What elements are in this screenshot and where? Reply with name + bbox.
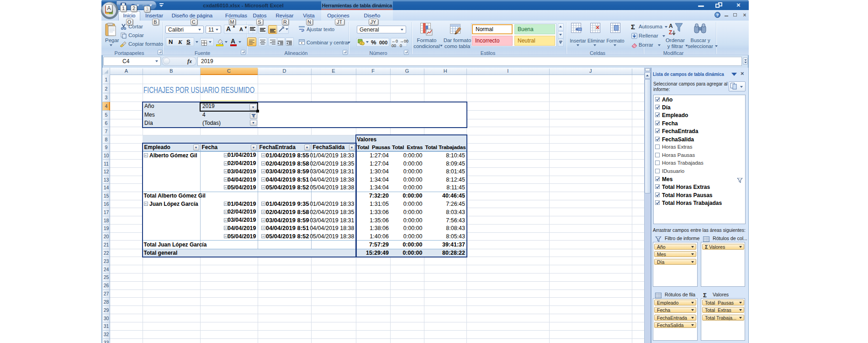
svg-text:A: A [669,23,673,29]
svg-text:Z: Z [669,29,672,36]
